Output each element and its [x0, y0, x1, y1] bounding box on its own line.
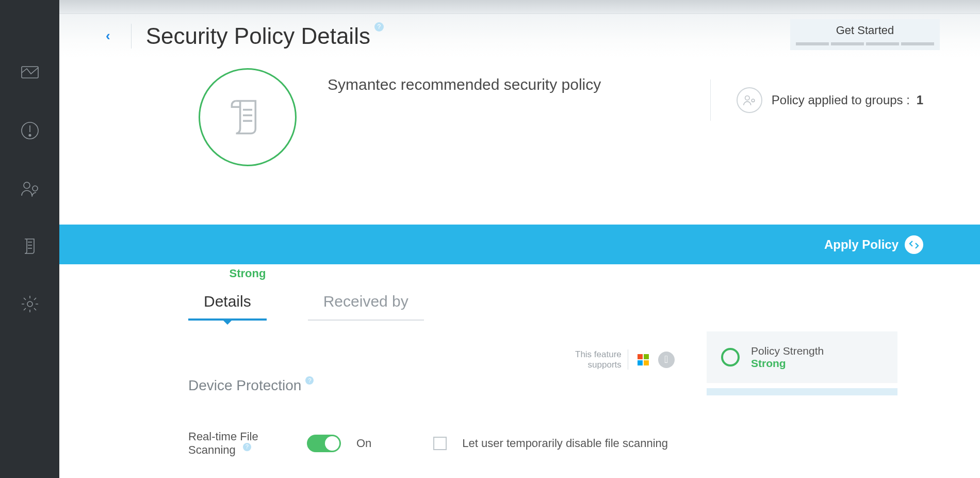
nav-groups-icon[interactable] — [19, 178, 41, 199]
disable-scanning-checkbox[interactable] — [433, 437, 447, 450]
back-chevron-icon[interactable]: ‹ — [106, 28, 110, 44]
applied-to-groups-label: Policy applied to groups : — [772, 93, 910, 107]
section-strength-value: Strong — [751, 357, 824, 370]
realtime-scanning-toggle[interactable] — [307, 435, 341, 452]
tab-received-by[interactable]: Received by — [308, 293, 424, 321]
page-header: ‹ Security Policy Details ? Get Started — [59, 14, 980, 58]
svg-point-5 — [32, 186, 38, 191]
main-content: ‹ Security Policy Details ? Get Started … — [59, 0, 980, 478]
feature-supports-text: This feature supports — [575, 349, 628, 370]
nav-settings-icon[interactable] — [19, 293, 41, 315]
section-strength-label: Policy Strength — [751, 345, 824, 357]
help-icon[interactable]: ? — [305, 376, 314, 385]
get-started-label: Get Started — [836, 24, 894, 37]
apply-policy-label: Apply Policy — [824, 237, 899, 252]
next-card-peek — [707, 388, 897, 395]
nav-policies-icon[interactable] — [19, 235, 41, 257]
tab-bar: Details Received by — [188, 293, 908, 321]
tab-details[interactable]: Details — [188, 293, 267, 321]
policy-summary: Policy Strength Strong Symantec recommen… — [59, 58, 980, 264]
page-title: Security Policy Details — [146, 23, 370, 49]
help-icon[interactable]: ? — [374, 22, 384, 31]
applied-to-groups-count: 1 — [917, 93, 923, 107]
left-sidebar — [0, 0, 59, 478]
tabs-section: Details Received by Device Protection ? … — [59, 264, 980, 457]
apple-icon:  — [658, 352, 675, 368]
realtime-scanning-state: On — [356, 437, 371, 450]
disable-scanning-label: Let user temporarily disable file scanni… — [462, 437, 668, 450]
header-divider — [131, 24, 132, 49]
get-started-progress — [796, 42, 934, 45]
action-bar: Apply Policy — [59, 225, 980, 264]
apply-policy-button[interactable]: Apply Policy — [824, 235, 923, 254]
applied-to-groups-text: Policy applied to groups : 1 — [772, 93, 923, 107]
apply-policy-arrow-icon — [905, 235, 923, 254]
groups-icon — [737, 87, 762, 113]
strength-ring-icon — [721, 348, 740, 367]
realtime-scanning-label: Real-time File Scanning ? — [188, 430, 291, 457]
get-started-panel[interactable]: Get Started — [790, 19, 940, 50]
svg-point-3 — [29, 134, 31, 136]
windows-icon — [635, 352, 651, 368]
section-strength-card: Policy Strength Strong — [707, 331, 897, 383]
nav-dashboard-icon[interactable] — [19, 62, 41, 84]
policy-scroll-icon — [199, 68, 297, 166]
policy-name: Symantec recommended security policy — [328, 76, 601, 93]
help-icon[interactable]: ? — [243, 443, 251, 451]
device-protection-title: Device Protection — [188, 377, 301, 394]
svg-point-14 — [752, 99, 755, 102]
svg-point-9 — [27, 301, 32, 307]
nav-alerts-icon[interactable] — [19, 120, 41, 141]
svg-point-13 — [745, 96, 749, 100]
applied-to-groups: Policy applied to groups : 1 — [710, 79, 923, 121]
window-chrome-strip — [59, 0, 980, 14]
feature-supports: This feature supports  — [575, 349, 675, 370]
svg-point-4 — [24, 182, 30, 188]
realtime-scanning-row: Real-time File Scanning ? On Let user te… — [188, 430, 908, 457]
